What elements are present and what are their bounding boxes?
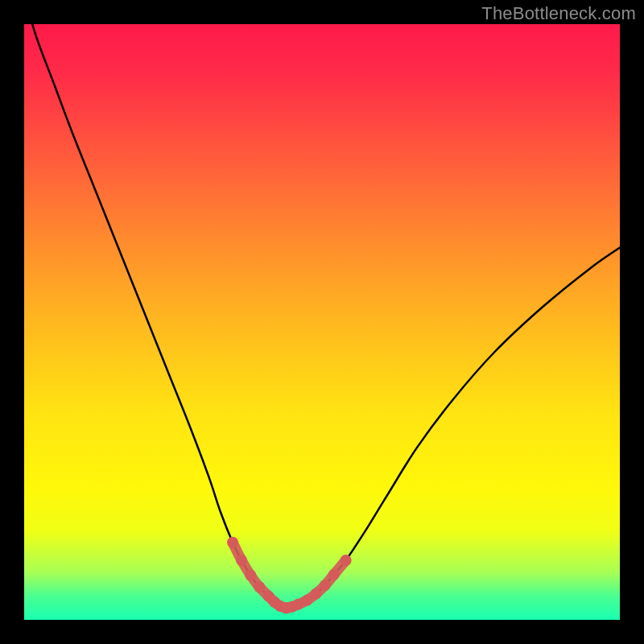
bottleneck-curve [24, 24, 620, 608]
highlight-dot [328, 569, 340, 580]
bottleneck-highlight [227, 537, 352, 613]
highlight-dot [311, 588, 322, 599]
highlight-dot [236, 555, 247, 566]
highlight-dot [320, 580, 331, 591]
chart-frame: TheBottleneck.com [0, 0, 644, 644]
watermark-text: TheBottleneck.com [481, 3, 636, 24]
highlight-dot [341, 555, 352, 566]
curve-overlay [24, 24, 620, 620]
curve-left-path [24, 24, 287, 608]
curve-right-path [287, 248, 620, 609]
highlight-dot [254, 581, 265, 592]
plot-area [24, 24, 620, 620]
highlight-dot [245, 570, 256, 581]
highlight-dot [227, 537, 238, 548]
